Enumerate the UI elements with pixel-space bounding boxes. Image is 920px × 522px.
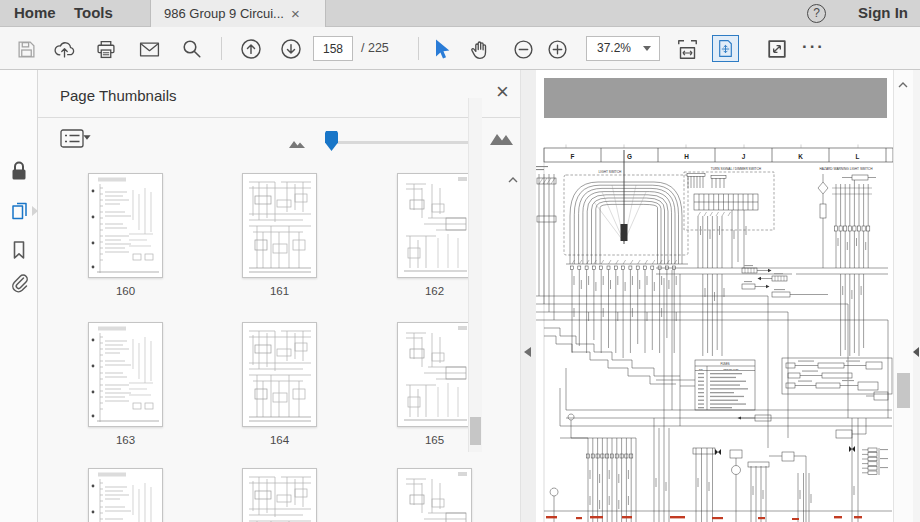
page-total-label: / 225 (361, 27, 389, 70)
page-thumbnails-button[interactable] (9, 199, 29, 221)
share-button[interactable] (51, 36, 77, 62)
page-thumbnails-panel: Page Thumbnails × (38, 70, 520, 522)
save-icon (17, 40, 36, 59)
tools-pane-edge (913, 70, 920, 522)
thumbnail-page-164[interactable] (242, 322, 317, 427)
print-icon (96, 40, 116, 59)
thumbnail-page-160[interactable] (88, 173, 163, 278)
previous-page-button[interactable] (238, 36, 264, 62)
thumbnail-page-161[interactable] (242, 173, 317, 278)
page-gap-background (544, 78, 887, 118)
grid-column-label: J (742, 153, 746, 160)
panel-scrollbar[interactable] (468, 98, 482, 452)
chevron-down-icon (643, 46, 651, 51)
sign-in-button[interactable]: Sign In (858, 0, 908, 27)
section-label-turn-dimmer: TURN SIGNAL / DIMMER SWITCH (711, 167, 762, 171)
thumbnail-size-slider-handle[interactable] (325, 131, 338, 151)
hand-tool-button[interactable] (467, 36, 493, 62)
thumbnail-page[interactable] (88, 468, 163, 522)
document-scrollbar-thumb[interactable] (897, 373, 910, 408)
more-tools-button[interactable]: ··· (802, 27, 825, 70)
scroll-up-icon[interactable] (898, 82, 908, 88)
grid-column-label: G (627, 153, 632, 160)
save-button[interactable] (13, 36, 39, 62)
document-scrollbar[interactable] (893, 70, 913, 522)
page-thumbnails-icon (9, 199, 30, 221)
thumbnail-page[interactable] (242, 468, 317, 522)
thumbnail-label: 160 (88, 285, 163, 297)
top-bar: Home Tools 986 Group 9 Circui... × ? Sig… (0, 0, 920, 27)
print-button[interactable] (93, 36, 119, 62)
collapse-panel-arrow-icon[interactable] (524, 347, 531, 357)
bookmarks-icon (9, 239, 29, 261)
help-icon[interactable]: ? (807, 4, 826, 23)
zoom-level-value: 37.2% (597, 37, 631, 60)
next-page-icon (280, 38, 302, 60)
document-tab[interactable]: 986 Group 9 Circui... × (150, 0, 326, 27)
panel-close-icon[interactable]: × (496, 81, 509, 103)
fit-width-button[interactable] (674, 36, 700, 62)
zoom-out-button[interactable] (510, 36, 536, 62)
acrobat-window: Home Tools 986 Group 9 Circui... × ? Sig… (0, 0, 920, 522)
thumbnail-page-162[interactable] (397, 173, 472, 278)
toolbar: / 225 37.2% (0, 27, 920, 70)
thumbnail-label: 165 (397, 434, 472, 446)
document-tab-title: 986 Group 9 Circui... (151, 6, 291, 21)
fit-page-button[interactable] (712, 35, 739, 62)
fit-page-icon (717, 39, 734, 58)
search-button[interactable] (179, 36, 205, 62)
thumbnail-size-small-icon (289, 135, 306, 153)
scroll-up-icon[interactable] (508, 177, 518, 183)
thumbnail-label: 162 (397, 285, 472, 297)
thumbnail-options-button[interactable] (60, 129, 94, 149)
fullscreen-button[interactable] (764, 36, 790, 62)
fuse-table-title: FUSES (721, 362, 730, 366)
select-tool-button[interactable] (430, 36, 456, 62)
next-page-button[interactable] (278, 36, 304, 62)
expand-tools-pane-arrow-icon[interactable] (913, 347, 919, 357)
thumbnail-size-slider-track[interactable] (326, 141, 480, 144)
email-icon (139, 41, 160, 58)
thumbnail-page-165[interactable] (397, 322, 472, 427)
hand-tool-icon (470, 39, 490, 60)
attachments-button[interactable] (9, 272, 29, 294)
document-view[interactable]: F G H J K L LIGHT SWITCH TURN SIGNAL / D… (536, 70, 893, 522)
section-label-light-switch: LIGHT SWITCH (599, 170, 622, 174)
tab-tools[interactable]: Tools (64, 0, 123, 27)
thumbnail-page[interactable] (397, 468, 472, 522)
search-icon (182, 39, 202, 59)
panel-splitter[interactable] (520, 70, 536, 522)
zoom-out-icon (513, 39, 534, 60)
navigation-rail (0, 70, 38, 522)
zoom-in-button[interactable] (544, 36, 570, 62)
red-annotation-marks (546, 516, 862, 520)
zoom-level-dropdown[interactable]: 37.2% (586, 36, 660, 61)
section-label-hazard: HAZARD WARNING LIGHT SWITCH (820, 167, 874, 171)
thumbnail-label: 164 (242, 434, 317, 446)
options-list-icon (60, 129, 94, 149)
grid-column-label: H (684, 153, 689, 160)
divider (38, 117, 520, 118)
thumbnail-page-163[interactable] (88, 322, 163, 427)
grid-column-label: L (856, 153, 860, 160)
previous-page-icon (240, 38, 262, 60)
fit-width-icon (677, 39, 698, 60)
share-cloud-icon (54, 39, 75, 59)
page-number-input[interactable] (313, 36, 353, 61)
fuse-table-col-no: NO. (699, 368, 703, 370)
tab-home[interactable]: Home (4, 0, 66, 27)
bookmarks-button[interactable] (9, 239, 29, 261)
thumbnail-label: 161 (242, 285, 317, 297)
grid-column-label: K (798, 153, 803, 160)
fullscreen-icon (767, 39, 787, 59)
panel-scrollbar-thumb[interactable] (470, 417, 481, 445)
select-tool-icon (433, 39, 453, 60)
grid-column-label: F (571, 153, 575, 160)
thumbnail-label: 163 (88, 434, 163, 446)
tab-close-icon[interactable]: × (291, 2, 300, 26)
lock-button[interactable] (9, 160, 29, 182)
wiring-diagram-page: F G H J K L LIGHT SWITCH TURN SIGNAL / D… (536, 118, 893, 522)
panel-title: Page Thumbnails (60, 87, 176, 104)
toolbar-separator (418, 37, 419, 60)
email-button[interactable] (136, 36, 162, 62)
